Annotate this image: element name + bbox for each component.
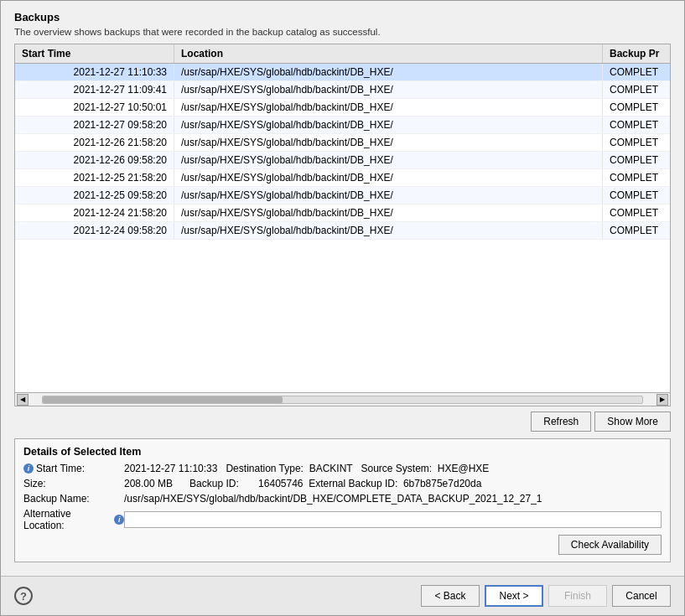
backup-id-label: Backup ID: [189, 478, 239, 489]
table-header: Start Time Location Backup Pr [15, 44, 670, 64]
details-row-start-time: i Start Time: 2021-12-27 11:10:33 Destin… [23, 463, 662, 474]
cell-location: /usr/sap/HXE/SYS/global/hdb/backint/DB_H… [174, 222, 603, 239]
dialog-content: Backups The overview shows backups that … [1, 1, 684, 576]
cell-backup-pr: COMPLET [603, 204, 670, 221]
size-label: Size: [23, 478, 124, 489]
cell-backup-pr: COMPLET [603, 152, 670, 168]
destination-type-value: BACKINT [309, 463, 353, 474]
cell-backup-pr: COMPLET [603, 187, 670, 204]
cell-location: /usr/sap/HXE/SYS/global/hdb/backint/DB_H… [174, 187, 603, 204]
cell-location: /usr/sap/HXE/SYS/global/hdb/backint/DB_H… [174, 116, 603, 133]
cell-start-time: 2021-12-27 11:09:41 [15, 81, 174, 98]
source-system-value: HXE@HXE [438, 463, 490, 474]
cell-location: /usr/sap/HXE/SYS/global/hdb/backint/DB_H… [174, 169, 603, 186]
cell-start-time: 2021-12-24 09:58:20 [15, 222, 174, 239]
section-title: Backups [14, 11, 671, 23]
cell-location: /usr/sap/HXE/SYS/global/hdb/backint/DB_H… [174, 152, 603, 168]
refresh-button[interactable]: Refresh [531, 412, 591, 432]
scroll-right-arrow[interactable]: ▶ [656, 394, 668, 406]
cell-backup-pr: COMPLET [603, 64, 670, 80]
destination-type-label: Destination Type: [226, 463, 304, 474]
table-row[interactable]: 2021-12-25 21:58:20 /usr/sap/HXE/SYS/glo… [15, 169, 670, 187]
table-row[interactable]: 2021-12-24 09:58:20 /usr/sap/HXE/SYS/glo… [15, 222, 670, 240]
alt-location-label: Alternative Location: i [23, 508, 124, 531]
scrollbar-thumb [43, 396, 283, 403]
horizontal-scrollbar-area: ◀ ▶ [15, 392, 670, 406]
alt-location-info-icon: i [114, 515, 124, 525]
table-row[interactable]: 2021-12-26 21:58:20 /usr/sap/HXE/SYS/glo… [15, 134, 670, 152]
back-button[interactable]: < Back [421, 585, 480, 607]
cell-start-time: 2021-12-26 09:58:20 [15, 152, 174, 168]
check-availability-row: Check Availability [23, 535, 662, 555]
col-header-start-time: Start Time [15, 44, 174, 63]
section-description: The overview shows backups that were rec… [14, 27, 671, 37]
cell-location: /usr/sap/HXE/SYS/global/hdb/backint/DB_H… [174, 204, 603, 221]
cell-start-time: 2021-12-27 10:50:01 [15, 99, 174, 116]
finish-button[interactable]: Finish [548, 585, 607, 607]
next-button[interactable]: Next > [485, 585, 543, 607]
start-time-value: 2021-12-27 11:10:33 Destination Type: BA… [124, 463, 662, 474]
source-system-label: Source System: [361, 463, 432, 474]
footer-left: ? [14, 587, 33, 605]
details-title: Details of Selected Item [23, 446, 662, 458]
col-header-location: Location [174, 44, 603, 63]
details-section: Details of Selected Item i Start Time: 2… [14, 438, 671, 562]
table-actions: Refresh Show More [14, 412, 671, 432]
ext-backup-id-label: External Backup ID: [309, 478, 397, 489]
table-row[interactable]: 2021-12-27 11:10:33 /usr/sap/HXE/SYS/glo… [15, 64, 670, 81]
table-row[interactable]: 2021-12-26 09:58:20 /usr/sap/HXE/SYS/glo… [15, 152, 670, 169]
cell-location: /usr/sap/HXE/SYS/global/hdb/backint/DB_H… [174, 81, 603, 98]
backup-name-value: /usr/sap/HXE/SYS/global/hdb/backint/DB_H… [124, 493, 662, 505]
cell-backup-pr: COMPLET [603, 116, 670, 133]
cell-start-time: 2021-12-27 11:10:33 [15, 64, 174, 80]
show-more-button[interactable]: Show More [594, 412, 671, 432]
cell-start-time: 2021-12-25 09:58:20 [15, 187, 174, 204]
help-button[interactable]: ? [14, 587, 33, 605]
cell-backup-pr: COMPLET [603, 99, 670, 116]
details-row-backup-name: Backup Name: /usr/sap/HXE/SYS/global/hdb… [23, 493, 662, 505]
cell-location: /usr/sap/HXE/SYS/global/hdb/backint/DB_H… [174, 134, 603, 151]
cell-location: /usr/sap/HXE/SYS/global/hdb/backint/DB_H… [174, 64, 603, 80]
cell-backup-pr: COMPLET [603, 81, 670, 98]
table-row[interactable]: 2021-12-25 09:58:20 /usr/sap/HXE/SYS/glo… [15, 187, 670, 204]
check-availability-button[interactable]: Check Availability [558, 535, 662, 555]
alt-location-row: Alternative Location: i [23, 508, 662, 531]
scroll-left-arrow[interactable]: ◀ [17, 394, 29, 406]
dialog: Backups The overview shows backups that … [0, 0, 685, 616]
ext-backup-id-value: 6b7b875e7d20da [403, 478, 481, 489]
backups-table-container: Start Time Location Backup Pr 2021-12-27… [14, 44, 671, 406]
cell-backup-pr: COMPLET [603, 134, 670, 151]
cell-backup-pr: COMPLET [603, 169, 670, 186]
table-row[interactable]: 2021-12-24 21:58:20 /usr/sap/HXE/SYS/glo… [15, 204, 670, 222]
backup-id-value: 16405746 [258, 478, 303, 489]
col-header-backup-pr: Backup Pr [603, 44, 670, 63]
start-time-info-icon: i [23, 463, 34, 474]
table-body[interactable]: 2021-12-27 11:10:33 /usr/sap/HXE/SYS/glo… [15, 64, 670, 392]
dialog-footer: ? < Back Next > Finish Cancel [1, 576, 684, 615]
cell-start-time: 2021-12-25 21:58:20 [15, 169, 174, 186]
size-value: 208.00 MB Backup ID: 16405746 External B… [124, 478, 662, 489]
cancel-button[interactable]: Cancel [612, 585, 671, 607]
table-row[interactable]: 2021-12-27 11:09:41 /usr/sap/HXE/SYS/glo… [15, 81, 670, 99]
cell-start-time: 2021-12-27 09:58:20 [15, 116, 174, 133]
cell-location: /usr/sap/HXE/SYS/global/hdb/backint/DB_H… [174, 99, 603, 116]
cell-start-time: 2021-12-24 21:58:20 [15, 204, 174, 221]
footer-buttons: < Back Next > Finish Cancel [421, 585, 671, 607]
horizontal-scrollbar[interactable] [42, 396, 643, 404]
backup-name-label: Backup Name: [23, 493, 124, 505]
cell-backup-pr: COMPLET [603, 222, 670, 239]
table-row[interactable]: 2021-12-27 10:50:01 /usr/sap/HXE/SYS/glo… [15, 99, 670, 116]
cell-start-time: 2021-12-26 21:58:20 [15, 134, 174, 151]
details-row-size: Size: 208.00 MB Backup ID: 16405746 Exte… [23, 478, 662, 489]
start-time-label: i Start Time: [23, 463, 124, 474]
alt-location-input[interactable] [124, 511, 662, 528]
table-row[interactable]: 2021-12-27 09:58:20 /usr/sap/HXE/SYS/glo… [15, 116, 670, 134]
